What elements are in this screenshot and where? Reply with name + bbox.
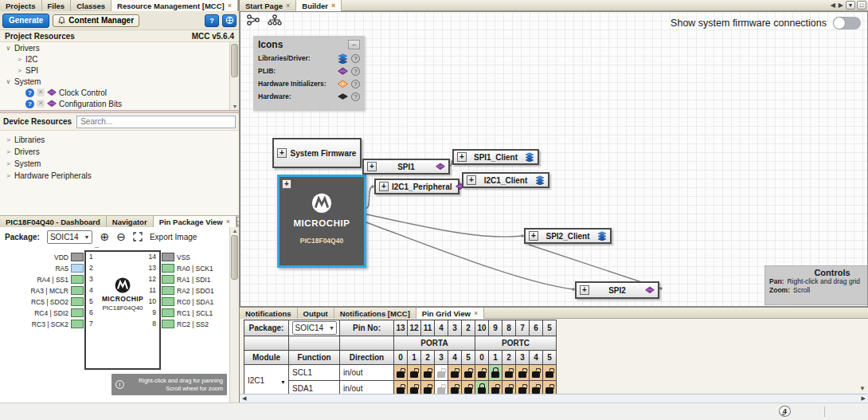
pin-number-header[interactable]: 3	[448, 320, 462, 336]
grid-package-select[interactable]: SOIC14▼	[292, 321, 337, 335]
expand-icon[interactable]: +	[367, 162, 377, 171]
tab-output[interactable]: Output	[298, 308, 334, 319]
close-icon[interactable]: ×	[226, 218, 230, 226]
expand-icon[interactable]: +	[467, 175, 476, 185]
expand-icon[interactable]: >	[5, 148, 12, 155]
pin-number-header[interactable]: 8	[502, 320, 516, 336]
pin-box[interactable]	[71, 320, 84, 328]
pin-lock-cell[interactable]	[462, 365, 475, 381]
expand-icon[interactable]: >	[5, 136, 12, 143]
bit-number-header[interactable]: 2	[421, 351, 435, 365]
expand-icon[interactable]: +	[529, 231, 538, 241]
scroll-left-icon[interactable]: ◀	[242, 395, 246, 402]
pin-lock-cell[interactable]	[475, 365, 489, 381]
collapse-icon[interactable]: ∨	[5, 45, 12, 52]
block-i2c1-peripheral[interactable]: +I2C1_Peripheral	[374, 179, 459, 194]
tab-classes[interactable]: Classes	[71, 0, 111, 11]
bit-number-header[interactable]: 2	[502, 351, 516, 365]
package-select[interactable]: SOIC14 ▼	[47, 230, 93, 244]
block-i2c1-client[interactable]: +I2C1_Client	[462, 172, 549, 188]
bit-number-header[interactable]: 1	[408, 351, 421, 365]
pin-lock-cell[interactable]	[448, 365, 462, 381]
expand-icon[interactable]: +	[457, 152, 467, 162]
legend-minimize-button[interactable]: –	[348, 40, 360, 49]
pin-box[interactable]	[71, 264, 84, 273]
module-cell[interactable]: I2C1▼	[244, 365, 289, 397]
pin-box[interactable]	[71, 308, 84, 317]
pin-lock-cell[interactable]	[516, 365, 530, 381]
scroll-right-icon[interactable]: ▶	[862, 395, 866, 402]
tree-item-clock-control[interactable]: ?✕Clock Control	[0, 87, 239, 98]
scroll-tabs-right-icon[interactable]: ▶	[838, 2, 844, 9]
expand-icon[interactable]: >	[16, 56, 23, 63]
tab-notifications-mcc[interactable]: Notifications [MCC]	[334, 308, 416, 319]
expand-icon[interactable]: +	[379, 182, 389, 191]
pin-box[interactable]	[162, 297, 174, 306]
pin-number-header[interactable]: 5	[543, 320, 557, 336]
pin-number-header[interactable]: 4	[435, 320, 448, 336]
pin-box[interactable]	[71, 286, 84, 295]
close-icon[interactable]: ×	[474, 309, 478, 317]
tree-item-drivers[interactable]: ∨Drivers	[0, 42, 239, 53]
pin-number-header[interactable]: 12	[408, 320, 421, 336]
help-button[interactable]: ?	[205, 14, 219, 27]
bit-number-header[interactable]: 0	[475, 351, 489, 365]
flat-view-icon[interactable]	[268, 14, 282, 27]
expand-icon[interactable]: +	[282, 179, 291, 189]
expand-icon[interactable]: >	[5, 172, 12, 179]
pin-lock-cell[interactable]	[502, 365, 516, 381]
pin-lock-cell[interactable]	[489, 365, 502, 381]
help-icon[interactable]: ?	[351, 54, 360, 63]
scroll-down-icon[interactable]: ▼	[230, 104, 239, 109]
block-spi2[interactable]: +SPI2	[575, 281, 659, 299]
close-icon[interactable]: ×	[228, 2, 232, 10]
expand-icon[interactable]: +	[277, 148, 287, 158]
expand-icon[interactable]: >	[5, 160, 12, 167]
maximize-window-icon[interactable]: □	[857, 1, 866, 10]
pin-lock-cell[interactable]	[435, 365, 448, 381]
bit-number-header[interactable]: 4	[448, 351, 462, 365]
pin-box[interactable]	[162, 308, 174, 317]
pin-number-header[interactable]: 10	[475, 320, 489, 336]
pin-box[interactable]	[162, 275, 174, 284]
pin-lock-cell[interactable]	[421, 365, 435, 381]
grid-scroll-down-icon[interactable]: ▼	[859, 385, 866, 392]
tab-projects[interactable]: Projects	[0, 0, 42, 11]
pin-box[interactable]	[162, 320, 174, 328]
tree-item-system[interactable]: ∨System	[0, 76, 239, 87]
device-tree-item-drivers[interactable]: >Drivers	[0, 146, 239, 158]
pin-number-header[interactable]: 6	[530, 320, 543, 336]
pin-box[interactable]	[162, 264, 174, 273]
pin-lock-cell[interactable]	[543, 365, 557, 381]
firmware-connections-toggle[interactable]	[833, 17, 861, 29]
bit-number-header[interactable]: 5	[462, 351, 475, 365]
tree-item-spi[interactable]: >SPI	[0, 65, 239, 76]
help-icon[interactable]: ?	[351, 67, 360, 76]
pin-lock-cell[interactable]	[530, 365, 543, 381]
help-icon[interactable]: ?	[351, 92, 360, 101]
expand-icon[interactable]: >	[16, 67, 23, 74]
export-image-button[interactable]: Export Image	[150, 233, 197, 241]
horizontal-scrollbar[interactable]: ◀ ▶	[240, 394, 868, 402]
bit-number-header[interactable]: 5	[543, 351, 557, 365]
search-input[interactable]	[76, 116, 236, 128]
pin-number-header[interactable]: 7	[516, 320, 530, 336]
close-icon[interactable]: ×	[331, 2, 335, 10]
close-icon[interactable]: ×	[286, 2, 290, 10]
generate-button[interactable]: Generate	[2, 14, 49, 28]
fit-to-view-icon[interactable]	[133, 232, 143, 241]
tab-list-dropdown-icon[interactable]: ▼	[846, 1, 855, 10]
tab-notifications[interactable]: Notifications	[240, 308, 298, 319]
help-icon[interactable]: ?	[25, 88, 34, 97]
pin-number-header[interactable]: 13	[394, 320, 408, 336]
chevron-down-icon[interactable]: ▼	[280, 379, 286, 385]
globe-button[interactable]	[222, 14, 237, 27]
tab-start-page[interactable]: Start Page×	[240, 0, 296, 11]
bit-number-header[interactable]: 1	[489, 351, 502, 365]
pin-lock-cell[interactable]	[408, 365, 421, 381]
content-manager-button[interactable]: Content Manager	[53, 14, 139, 27]
block-system-firmware[interactable]: +System Firmware	[272, 138, 362, 168]
scroll-up-icon[interactable]: ▲	[230, 228, 239, 234]
device-tree-item-libraries[interactable]: >Libraries	[0, 134, 239, 146]
bit-number-header[interactable]: 0	[394, 351, 408, 365]
